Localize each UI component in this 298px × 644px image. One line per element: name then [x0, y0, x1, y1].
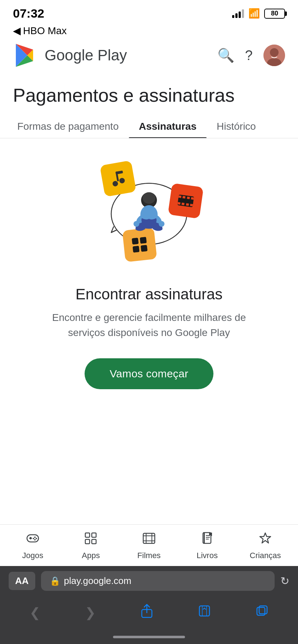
games-icon	[26, 532, 39, 548]
logo-area: Google Play	[13, 42, 127, 68]
status-icons: 📶 80	[232, 8, 285, 19]
tab-formas[interactable]: Formas de pagamento	[7, 115, 129, 138]
signal-icon	[232, 9, 244, 18]
svg-rect-41	[143, 533, 155, 543]
battery-icon: 80	[264, 9, 285, 19]
svg-rect-32	[30, 537, 31, 539]
svg-rect-22	[140, 237, 146, 244]
svg-point-9	[119, 178, 125, 184]
svg-point-28	[134, 221, 139, 227]
reload-button[interactable]: ↻	[280, 575, 289, 587]
svg-rect-24	[141, 245, 148, 252]
find-description: Encontre e gerencie facilmente milhares …	[48, 310, 250, 340]
back-button[interactable]: ❮	[24, 602, 46, 623]
home-indicator	[0, 633, 298, 644]
google-play-logo	[13, 42, 39, 68]
nav-item-filmes[interactable]: Filmes	[120, 532, 178, 560]
back-arrow-icon: ◀	[13, 25, 21, 37]
tabs-bar: Formas de pagamento Assinaturas Históric…	[0, 115, 298, 138]
svg-point-5	[270, 48, 279, 57]
start-button[interactable]: Vamos começar	[85, 358, 213, 389]
lock-icon: 🔒	[50, 576, 60, 586]
svg-point-8	[112, 181, 118, 187]
svg-rect-21	[132, 238, 139, 245]
nav-label-filmes: Filmes	[137, 551, 161, 560]
nav-label-livros: Livros	[197, 551, 218, 560]
movies-icon	[143, 532, 155, 548]
svg-rect-39	[85, 539, 90, 544]
nav-item-apps[interactable]: Apps	[62, 532, 120, 560]
svg-point-36	[33, 538, 34, 539]
tab-historico[interactable]: Histórico	[207, 115, 266, 138]
app-header: Google Play 🔍 ?️	[0, 37, 298, 74]
svg-rect-54	[199, 606, 209, 616]
nav-label-criancas: Crianças	[250, 551, 281, 560]
nav-item-livros[interactable]: Livros	[178, 532, 236, 560]
wifi-icon: 📶	[248, 8, 260, 19]
nav-item-criancas[interactable]: Crianças	[236, 532, 294, 560]
svg-point-26	[143, 192, 155, 204]
safari-toolbar: ❮ ❯	[0, 596, 298, 633]
bookmarks-button[interactable]	[192, 602, 217, 624]
meditation-figure	[129, 190, 169, 233]
bottom-nav: Jogos Apps Filmes	[0, 524, 298, 566]
back-label: HBO Max	[23, 25, 67, 37]
back-nav[interactable]: ◀ HBO Max	[0, 23, 298, 37]
find-title: Encontrar assinaturas	[76, 286, 223, 303]
film-badge	[168, 183, 203, 219]
tab-assinaturas[interactable]: Assinaturas	[129, 115, 207, 138]
content-area: Encontrar assinaturas Encontre e gerenci…	[0, 138, 298, 524]
home-bar	[113, 636, 185, 638]
svg-point-35	[34, 539, 36, 540]
page-title-section: Pagamentos e assinaturas	[0, 74, 298, 115]
status-time: 07:32	[13, 6, 44, 20]
apps-icon	[84, 532, 97, 548]
svg-rect-23	[132, 246, 139, 253]
kids-icon	[259, 532, 272, 548]
nav-item-jogos[interactable]: Jogos	[4, 532, 62, 560]
help-icon[interactable]: ?️	[245, 48, 253, 63]
status-bar: 07:32 📶 80	[0, 0, 298, 23]
nav-label-jogos: Jogos	[22, 551, 43, 560]
url-text: play.google.com	[64, 575, 131, 586]
svg-point-33	[34, 537, 36, 538]
svg-point-29	[159, 221, 164, 227]
browser-bar: AA 🔒 play.google.com ↻	[0, 566, 298, 596]
page-title: Pagamentos e assinaturas	[13, 84, 285, 106]
svg-rect-47	[204, 533, 205, 543]
avatar[interactable]	[263, 45, 285, 66]
aa-button[interactable]: AA	[9, 572, 35, 590]
search-icon[interactable]: 🔍	[217, 47, 234, 63]
app-title: Google Play	[45, 47, 127, 64]
url-bar[interactable]: 🔒 play.google.com	[41, 571, 275, 591]
svg-rect-38	[92, 533, 96, 537]
header-icons: 🔍 ?️	[217, 45, 285, 66]
nav-label-apps: Apps	[82, 551, 100, 560]
illustration	[81, 156, 217, 271]
books-icon	[201, 532, 214, 548]
tabs-button[interactable]	[250, 602, 274, 624]
svg-point-34	[36, 538, 37, 539]
svg-rect-37	[85, 533, 90, 537]
svg-rect-40	[92, 539, 96, 544]
svg-marker-51	[260, 533, 271, 543]
svg-rect-11	[116, 171, 123, 175]
share-button[interactable]	[135, 601, 159, 624]
forward-button[interactable]: ❯	[79, 602, 101, 623]
